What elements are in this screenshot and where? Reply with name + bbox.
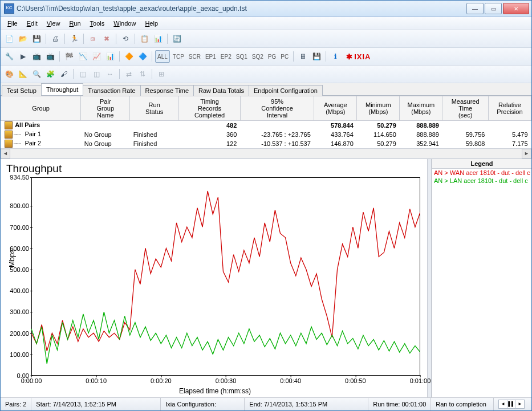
tb3-icon-6[interactable]: ◫ (76, 68, 89, 80)
col-timing-records-completed[interactable]: TimingRecordsCompleted (179, 96, 241, 121)
table-row[interactable]: ⋯⋯ Pair 1No GroupFinished360-23.765 : +2… (1, 130, 531, 139)
status-stepper[interactable]: ◄▌▌► (498, 400, 525, 409)
tb3-icon-3[interactable]: 🔍 (30, 68, 43, 80)
new-icon[interactable]: 📄 (3, 32, 15, 45)
status-result: Ran to completion (431, 398, 494, 410)
tb3-icon-5[interactable]: 🖌 (58, 68, 70, 80)
col-95-confidence-interval[interactable]: 95%ConfidenceInterval (240, 96, 314, 121)
menu-tools[interactable]: Tools (86, 18, 109, 29)
pair-icon (5, 121, 13, 129)
filter-ep2[interactable]: EP2 (219, 51, 233, 62)
menu-window[interactable]: Window (109, 18, 140, 29)
ytick: 400.00 (10, 287, 29, 294)
legend-pane: Legend AN > WAN acer 1810t - dut - dell … (432, 159, 531, 397)
table-row[interactable]: All Pairs482578.84450.279888.889 (1, 121, 531, 131)
stop-icon[interactable]: ⦻ (87, 32, 99, 45)
filter-pg[interactable]: PG (266, 51, 278, 62)
tab-response-time[interactable]: Response Time (140, 85, 194, 96)
throughput-chart[interactable]: Mbps 0.00100.00200.00300.00400.00500.006… (31, 177, 420, 376)
maximize-button[interactable]: ▭ (485, 3, 502, 14)
grid-hscrollbar[interactable]: ◄ ► (1, 148, 531, 158)
open-icon[interactable]: 📂 (17, 32, 29, 45)
tb3-icon-8[interactable]: ↔ (104, 68, 116, 80)
col-group[interactable]: Group (1, 96, 81, 121)
tb2-icon-8[interactable]: 📊 (104, 50, 116, 63)
tb3-icon-4[interactable]: 🧩 (44, 68, 56, 80)
tb2-icon-3[interactable]: 📺 (30, 50, 43, 63)
close-button[interactable]: ✕ (503, 3, 529, 14)
tb2-icon-5[interactable]: 🏁 (63, 50, 75, 63)
tb2-icon-4[interactable]: 📺 (44, 50, 56, 63)
app-icon: KC (4, 3, 14, 14)
scroll-left-icon[interactable]: ◄ (1, 149, 10, 158)
run-icon[interactable]: 🏃 (68, 32, 80, 45)
filter-all[interactable]: ALL (155, 50, 170, 63)
col-average-mbps-[interactable]: Average(Mbps) (314, 96, 357, 121)
info-icon[interactable]: ℹ (329, 50, 342, 63)
tb3-icon-7[interactable]: ◫ (90, 68, 103, 80)
refresh-icon[interactable]: 🔄 (170, 32, 183, 45)
tab-raw-data-totals[interactable]: Raw Data Totals (193, 85, 249, 96)
ytick: 934.50 (10, 174, 29, 181)
chart-ylabel: Mbps (7, 249, 16, 267)
abort-icon[interactable]: ✖ (100, 32, 113, 45)
tab-throughput[interactable]: Throughput (41, 83, 83, 95)
chart-xlabel: Elapsed time (h:mm:ss) (5, 387, 425, 395)
tb2-icon-6[interactable]: 📉 (76, 50, 89, 63)
filter-sq1[interactable]: SQ1 (234, 51, 249, 62)
menu-help[interactable]: Help (140, 18, 163, 29)
export-icon[interactable]: 📋 (138, 32, 151, 45)
scroll-right-icon[interactable]: ► (522, 149, 531, 158)
menu-edit[interactable]: Edit (22, 18, 42, 29)
pair-icon (5, 140, 13, 148)
tab-endpoint-configuration[interactable]: Endpoint Configuration (249, 85, 323, 96)
report-icon[interactable]: 📊 (152, 32, 164, 45)
tb3-icon-9[interactable]: ⇄ (123, 68, 135, 80)
clear-results-icon[interactable]: ⟲ (119, 32, 132, 45)
minimize-button[interactable]: — (466, 3, 484, 14)
legend-item[interactable]: AN > WAN acer 1810t - dut - dell c (432, 169, 531, 177)
tb3-icon-2[interactable]: 📐 (17, 68, 29, 80)
chart-legend-splitter[interactable] (427, 159, 432, 397)
tb3-icon-11[interactable]: ⊞ (155, 68, 168, 80)
tb2-icon-1[interactable]: 🔧 (3, 50, 15, 63)
filter-sq2[interactable]: SQ2 (250, 51, 265, 62)
tb3-icon-10[interactable]: ⇅ (136, 68, 149, 80)
tab-test-setup[interactable]: Test Setup (2, 85, 42, 96)
col-relative-precision[interactable]: RelativePrecision (488, 96, 531, 121)
filter-scr[interactable]: SCR (187, 51, 202, 62)
tb2-icon-2[interactable]: ▶ (17, 50, 29, 63)
titlebar[interactable]: KC C:\Users\Tim\Desktop\wlan_tests\apple… (1, 1, 531, 17)
menu-file[interactable]: File (3, 18, 22, 29)
filter-pc[interactable]: PC (279, 51, 290, 62)
tb2-icon-9[interactable]: 🔶 (123, 50, 135, 63)
tab-transaction-rate[interactable]: Transaction Rate (83, 85, 140, 96)
col-measured-time-sec-[interactable]: MeasuredTime(sec) (442, 96, 488, 121)
tb2-icon-11[interactable]: 🖥 (297, 50, 309, 63)
filter-ep1[interactable]: EP1 (204, 51, 218, 62)
save-icon[interactable]: 💾 (30, 32, 43, 45)
results-grid: GroupPairGroupNameRunStatusTimingRecords… (1, 96, 531, 159)
chart-series (31, 312, 420, 364)
col-pair-group-name[interactable]: PairGroupName (81, 96, 130, 121)
status-end: End: 7/14/2013, 1:53:15 PM (245, 398, 368, 410)
tb2-icon-10[interactable]: 🔷 (136, 50, 149, 63)
tb2-icon-12[interactable]: 💾 (310, 50, 323, 63)
pair-icon (5, 131, 13, 139)
tb2-icon-7[interactable]: 📈 (90, 50, 103, 63)
filter-tcp[interactable]: TCP (171, 51, 186, 62)
col-minimum-mbps-[interactable]: Minimum(Mbps) (357, 96, 400, 121)
xtick: 0:01:00 (410, 377, 431, 384)
ytick: 600.00 (10, 245, 29, 252)
table-row[interactable]: ⋯⋯ Pair 2No GroupFinished122-10.537 : +1… (1, 139, 531, 148)
toolbar-2: 🔧 ▶ 📺 📺 🏁 📉 📈 📊 🔶 🔷 ALL TCP SCR EP1 EP2 … (1, 48, 531, 66)
legend-item[interactable]: AN > LAN acer 1810t - dut - dell c (432, 177, 531, 185)
print-icon[interactable]: 🖨 (49, 32, 62, 45)
col-run-status[interactable]: RunStatus (130, 96, 179, 121)
ytick: 100.00 (10, 351, 29, 358)
main-window: KC C:\Users\Tim\Desktop\wlan_tests\apple… (0, 0, 532, 411)
col-maximum-mbps-[interactable]: Maximum(Mbps) (400, 96, 442, 121)
menu-run[interactable]: Run (64, 18, 85, 29)
tb3-icon-1[interactable]: 🎨 (3, 68, 15, 80)
menu-view[interactable]: View (42, 18, 65, 29)
